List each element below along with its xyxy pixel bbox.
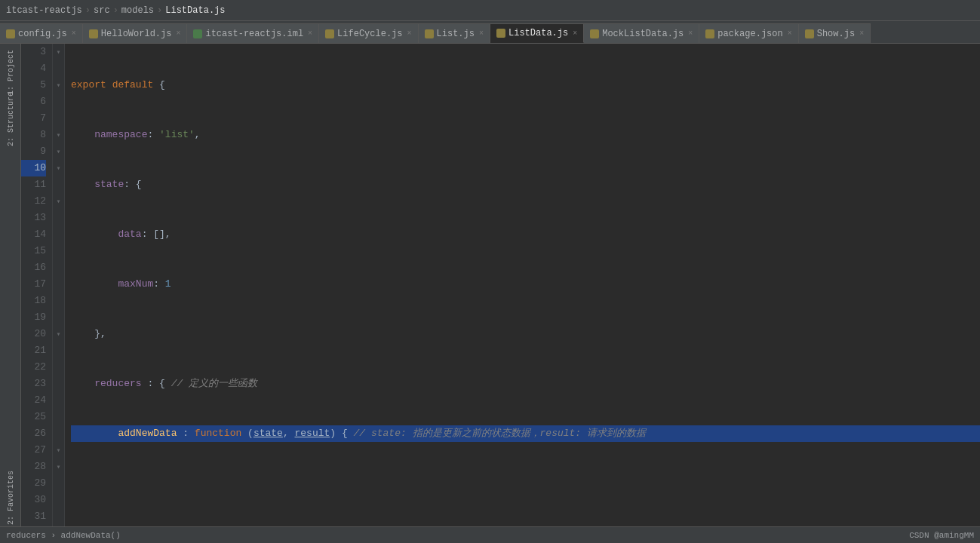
fold-25 [53,409,64,425]
line-numbers: 3 4 5 6 7 8 9 10 11 12 13 14 15 16 17 18… [21,44,53,526]
tab-close-lifecycle[interactable]: × [407,29,412,38]
breadcrumb-part-3: models [121,5,154,16]
fold-16 [53,259,64,276]
panel-favorites[interactable]: 2: Favorites [2,475,19,520]
code-editor: 3 4 5 6 7 8 9 10 11 12 13 14 15 16 17 18… [21,44,980,526]
fold-31 [53,508,64,525]
tab-close-mocklistdata[interactable]: × [688,29,693,38]
fold-19 [53,309,64,326]
left-panels: 1: Project 2: Structure 2: Favorites [0,44,21,526]
tab-bar: config.js × HelloWorld.js × itcast-react… [0,21,980,44]
tab-package-json[interactable]: package.json × [699,23,798,43]
fold-4 [53,60,64,77]
code-line-9: reducers : { // 定义的一些函数 [71,376,980,392]
code-line-3: export default { [71,77,980,94]
fold-21 [53,342,64,359]
code-container: 3 4 5 6 7 8 9 10 11 12 13 14 15 16 17 18… [21,44,980,526]
tab-listdata-js[interactable]: ListData.js × [490,23,584,43]
fold-13 [53,210,64,226]
title-bar: itcast-reactjs › src › models › ListData… [0,0,980,21]
fold-30 [53,492,64,508]
tab-icon-config [6,29,15,38]
tab-close-list[interactable]: × [479,29,484,38]
fold-10[interactable]: ▾ [53,160,64,176]
panel-project[interactable]: 1: Project [2,50,19,95]
fold-14 [53,226,64,243]
tab-lifecycle-js[interactable]: LifeCycle.js × [319,23,418,43]
status-bar: reducers › addNewData() CSDN @amingMM [0,526,980,543]
fold-6 [53,94,64,110]
fold-9[interactable]: ▾ [53,143,64,160]
breadcrumb-part-1: itcast-reactjs [6,5,82,16]
tab-icon-helloworld [89,29,98,38]
status-breadcrumb: reducers › addNewData() [6,531,121,540]
fold-29 [53,475,64,492]
fold-17 [53,276,64,293]
code-line-10: addNewData : function (state, result) { … [71,425,980,442]
tab-close-package[interactable]: × [788,29,792,38]
tab-icon-listdata [496,29,505,38]
fold-7 [53,110,64,127]
fold-12[interactable]: ▾ [53,193,64,210]
fold-26 [53,425,64,442]
tab-icon-show [805,29,814,38]
fold-3[interactable]: ▾ [53,44,64,60]
code-line-7: maxNum: 1 [71,276,980,293]
tab-show-js[interactable]: Show.js × [799,23,871,43]
tab-close-config[interactable]: × [72,29,76,38]
watermark-text: CSDN @amingMM [909,531,974,540]
breadcrumb-part-2: src [94,5,110,16]
breadcrumb: itcast-reactjs › src › models › ListData… [6,5,225,16]
tab-icon-iml [193,29,202,38]
fold-28[interactable]: ▾ [53,459,64,475]
tab-config-js[interactable]: config.js × [0,23,83,43]
tab-mocklistdata-js[interactable]: MockListData.js × [584,23,699,43]
fold-24 [53,392,64,409]
tab-icon-list [425,29,434,38]
code-line-12: if(result.data){ //如果state中存在data数据，直接返回… [71,525,980,526]
tab-close-show[interactable]: × [859,29,864,38]
fold-23 [53,376,64,392]
panel-structure[interactable]: 2: Structure [2,97,19,142]
tab-list-js[interactable]: List.js × [419,23,490,43]
code-line-4: namespace: 'list', [71,127,980,143]
tab-close-iml[interactable]: × [308,29,312,38]
fold-22 [53,359,64,376]
code-line-8: }, [71,326,980,342]
fold-gutter: ▾ ▾ ▾ ▾ ▾ ▾ ▾ [53,44,65,526]
fold-20[interactable]: ▾ [53,326,64,342]
tab-close-listdata[interactable]: × [573,29,577,38]
code-line-6: data: [], [71,226,980,243]
main-area: 1: Project 2: Structure 2: Favorites 3 4… [0,44,980,526]
code-line-5: state: { [71,176,980,193]
fold-18 [53,293,64,309]
code-line-11 [71,475,980,492]
code-content[interactable]: export default { namespace: 'list', stat… [65,44,980,526]
tab-icon-mocklistdata [590,29,599,38]
fold-15 [53,243,64,259]
tab-iml[interactable]: itcast-reactjs.iml × [187,23,319,43]
tab-helloworld-js[interactable]: HelloWorld.js × [83,23,188,43]
fold-27[interactable]: ▾ [53,442,64,459]
fold-5[interactable]: ▾ [53,77,64,94]
fold-11 [53,176,64,193]
tab-close-helloworld[interactable]: × [176,29,180,38]
tab-icon-lifecycle [325,29,334,38]
tab-icon-package [705,29,714,38]
fold-8[interactable]: ▾ [53,127,64,143]
breadcrumb-part-4: ListData.js [165,5,225,16]
